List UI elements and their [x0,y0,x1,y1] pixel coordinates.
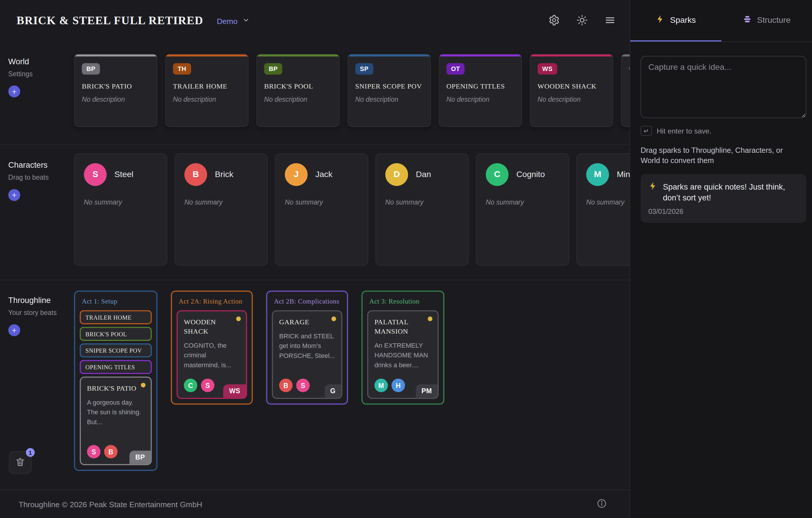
project-title: BRICK & STEEL FULL RETIRED [17,14,203,27]
act-column-2a[interactable]: Act 2A: Rising Action WOODEN SHACK COGNI… [171,291,253,405]
characters-section-head: Characters Drag to beats + [8,161,71,201]
trash-icon [15,457,25,469]
enter-hint-text: Hit enter to save. [657,126,712,135]
act-column-1[interactable]: Act 1: Setup TRAILER HOME BRICK'S POOL S… [74,291,157,471]
act-label: Act 2A: Rising Action [177,296,247,308]
world-card-description: No description [355,95,423,103]
beat-location-badge: PM [416,384,438,398]
info-icon [597,498,607,510]
world-section-title: World [8,57,71,66]
world-card[interactable]: BP BRICK'S POOL No description [257,54,340,127]
beat-pill[interactable]: TRAILER HOME [80,310,152,324]
world-card-badge: TH [173,63,191,75]
tab-sparks[interactable]: Sparks [630,0,721,41]
world-card-body: OT OPENING TITLES No description [439,56,522,110]
character-avatar[interactable]: B [279,379,293,392]
character-avatar[interactable]: H [392,379,405,392]
world-card[interactable]: SP SNIPER SCOPE POV No description [348,54,431,127]
character-name: Dan [416,170,431,179]
world-card[interactable]: BP BRICK'S PATIO No description [74,54,157,127]
character-card[interactable]: J Jack No summary [275,153,368,266]
add-beat-button[interactable]: + [8,324,20,336]
beat-pill[interactable]: SNIPER SCOPE POV [80,343,152,357]
tab-structure[interactable]: Structure [721,0,812,41]
sun-icon [576,14,588,27]
world-card[interactable]: WS WOODEN SHACK No description [530,54,613,127]
character-avatar[interactable]: S [296,379,310,392]
beat-title: PALATIAL MANSION [374,318,431,337]
beat-location-badge: WS [224,384,246,398]
world-card-color-strip [348,54,430,56]
beat-avatar-list: C S [184,379,214,392]
beat-card[interactable]: BRICK'S PATIO A gorgeous day. The sun is… [80,377,152,465]
beat-avatar-list: S B [87,445,118,458]
character-avatar[interactable]: C [184,379,197,392]
sparks-panel: Sparks Structure ↵ Hit enter to save. Dr… [630,0,812,518]
structure-stack-icon [743,15,752,26]
character-avatar[interactable]: B [104,445,117,458]
character-summary: No summary [285,198,358,206]
throughline-section-head: Throughline Your story beats + [8,296,71,336]
character-name: Steel [115,170,134,179]
beat-location-badge: G [324,384,341,398]
world-card-badge: BP [264,63,283,75]
settings-button[interactable] [545,11,563,30]
world-section: World Settings + BP BRICK'S PATIO No des… [0,41,630,145]
hamburger-icon [604,14,616,27]
character-card-head: D Dan [385,163,459,186]
world-card-body: SP SNIPER SCOPE POV No description [348,56,430,110]
beat-description: BRICK and STEEL get into Mom's PORSCHE, … [279,332,335,361]
info-button[interactable] [594,497,609,511]
beat-pill-title: SNIPER SCOPE POV [86,347,142,353]
beat-avatar-list: M H [374,379,405,392]
add-character-button[interactable]: + [8,189,20,201]
world-card-color-strip [257,54,339,56]
menu-button[interactable] [601,11,619,30]
character-avatar: S [84,163,107,186]
world-card[interactable]: TH TRAILER HOME No description [165,54,249,127]
act-column-3[interactable]: Act 3: Resolution PALATIAL MANSION An EX… [361,291,444,405]
spark-capture-input[interactable] [641,56,806,118]
beat-card[interactable]: PALATIAL MANSION An EXTREMELY HANDSOME M… [367,310,439,399]
character-avatar[interactable]: S [87,445,100,458]
beat-card[interactable]: WOODEN SHACK COGNITO, the criminal maste… [177,310,247,399]
character-summary: No summary [184,198,258,206]
character-card[interactable]: C Cognito No summary [476,153,569,266]
character-summary: No summary [486,198,559,206]
world-card-body: BP BRICK'S POOL No description [257,56,339,110]
throughline-section-subtitle: Your story beats [8,309,71,317]
add-world-item-button[interactable]: + [8,86,20,97]
project-selector[interactable]: Demo [217,17,250,25]
beat-card[interactable]: GARAGE BRICK and STEEL get into Mom's PO… [272,310,342,399]
character-avatar: C [486,163,509,186]
unsaved-dot [236,316,241,321]
world-card-color-strip [75,54,157,56]
world-card-list[interactable]: BP BRICK'S PATIO No description TH TRAIL… [74,54,704,127]
character-card[interactable]: B Brick No summary [175,153,268,266]
beat-title: GARAGE [279,318,335,327]
beat-pill-title: TRAILER HOME [86,314,132,320]
app-footer: Throughline © 2026 Peak State Entertainm… [0,489,630,518]
character-card-list[interactable]: S Steel No summary B Brick No summary J … [74,153,670,266]
world-card-color-strip [530,54,613,56]
chevron-down-icon [242,17,250,25]
theme-toggle-button[interactable] [573,11,591,30]
world-card-description: No description [82,95,149,103]
beat-pill[interactable]: BRICK'S POOL [80,327,152,341]
act-label: Act 2B: Complications [272,296,342,308]
throughline-section-title: Throughline [8,296,71,305]
spark-note-row: Sparks are quick notes! Just think, don’… [648,181,799,203]
world-card[interactable]: OT OPENING TITLES No description [439,54,522,127]
world-card-title: OPENING TITLES [446,82,514,91]
beat-description: COGNITO, the criminal mastermind, is... [184,341,239,370]
spark-note[interactable]: Sparks are quick notes! Just think, don’… [641,174,806,223]
character-name: Min [617,170,630,179]
trash-button[interactable]: 1 [9,451,32,474]
beat-location-badge: BP [130,451,151,464]
character-card[interactable]: D Dan No summary [375,153,468,266]
act-column-2b[interactable]: Act 2B: Complications GARAGE BRICK and S… [266,291,348,405]
beat-pill[interactable]: OPENING TITLES [80,360,152,374]
character-avatar[interactable]: S [201,379,214,392]
character-card[interactable]: S Steel No summary [74,153,167,266]
character-avatar[interactable]: M [374,379,388,392]
